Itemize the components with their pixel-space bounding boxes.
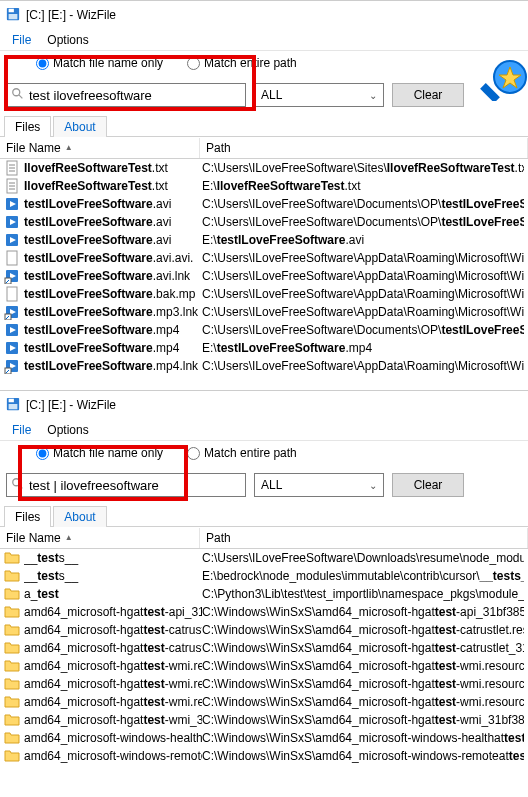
file-path: C:\Windows\WinSxS\amd64_microsoft-hgatte…	[202, 641, 524, 655]
search-input[interactable]	[29, 478, 241, 493]
col-filename[interactable]: File Name▲	[0, 528, 200, 548]
file-path: C:\Users\ILoveFreeSoftware\Documents\OP\…	[202, 215, 524, 229]
chevron-down-icon: ⌄	[369, 90, 377, 101]
menu-file[interactable]: File	[4, 31, 39, 49]
radio-entire-path[interactable]: Match entire path	[187, 446, 297, 460]
table-row[interactable]: testILoveFreeSoftware.aviC:\Users\ILoveF…	[0, 195, 528, 213]
table-row[interactable]: __tests__C:\Users\ILoveFreeSoftware\Down…	[0, 549, 528, 567]
file-name: amd64_microsoft-hgattest-api_31b	[24, 605, 202, 619]
file-icon	[4, 160, 20, 176]
file-path: E:\bedrock\node_modules\immutable\contri…	[202, 569, 524, 583]
app-icon	[6, 7, 20, 24]
table-row[interactable]: amd64_microsoft-hgattest-wmi.resC:\Windo…	[0, 675, 528, 693]
menu-file[interactable]: File	[4, 421, 39, 439]
window-bottom: [C:] [E:] - WizFile File Options Match f…	[0, 390, 528, 797]
file-icon	[4, 340, 20, 356]
menu-options[interactable]: Options	[39, 421, 96, 439]
file-path: C:\Python3\Lib\test\test_importlib\names…	[202, 587, 524, 601]
folder-icon	[4, 640, 20, 656]
folder-icon	[4, 712, 20, 728]
col-filename[interactable]: File Name▲	[0, 138, 200, 158]
search-wrap	[6, 83, 246, 107]
folder-icon	[4, 694, 20, 710]
file-name: amd64_microsoft-hgattest-wmi.res	[24, 695, 202, 709]
search-input[interactable]	[29, 88, 241, 103]
table-row[interactable]: amd64_microsoft-hgattest-catrustlC:\Wind…	[0, 621, 528, 639]
file-path: C:\Users\ILoveFreeSoftware\AppData\Roami…	[202, 251, 524, 265]
radio-name-only[interactable]: Match file name only	[36, 56, 163, 70]
tabbar: Files About	[0, 115, 528, 137]
file-icon	[4, 250, 20, 266]
svg-rect-39	[9, 404, 18, 409]
tab-files[interactable]: Files	[4, 116, 51, 137]
table-row[interactable]: amd64_microsoft-hgattest-wmi_31C:\Window…	[0, 711, 528, 729]
filter-select[interactable]: ALL ⌄	[254, 473, 384, 497]
tabbar: Files About	[0, 505, 528, 527]
radio-entire-path[interactable]: Match entire path	[187, 56, 297, 70]
svg-rect-26	[7, 287, 17, 301]
file-name: testILoveFreeSoftware.mp3.lnk	[24, 305, 202, 319]
file-name: a_test	[24, 587, 202, 601]
column-headers: File Name▲ Path	[0, 527, 528, 549]
table-row[interactable]: amd64_microsoft-windows-remoteaC:\Window…	[0, 747, 528, 765]
menu-options[interactable]: Options	[39, 31, 96, 49]
file-path: E:\testILoveFreeSoftware.mp4	[202, 341, 524, 355]
file-name: amd64_microsoft-hgattest-wmi.res	[24, 677, 202, 691]
svg-rect-2	[9, 14, 18, 19]
folder-icon	[4, 658, 20, 674]
table-row[interactable]: amd64_microsoft-hgattest-wmi.resC:\Windo…	[0, 693, 528, 711]
table-row[interactable]: testILoveFreeSoftware.aviE:\testILoveFre…	[0, 231, 528, 249]
table-row[interactable]: testILoveFreeSoftware.mp4.lnkC:\Users\IL…	[0, 357, 528, 375]
tab-about[interactable]: About	[53, 506, 106, 527]
chevron-down-icon: ⌄	[369, 480, 377, 491]
table-row[interactable]: testILoveFreeSoftware.aviC:\Users\ILoveF…	[0, 213, 528, 231]
table-row[interactable]: amd64_microsoft-windows-healthatC:\Windo…	[0, 729, 528, 747]
radio-name-only-input[interactable]	[36, 447, 49, 460]
table-row[interactable]: testILoveFreeSoftware.mp3.lnkC:\Users\IL…	[0, 303, 528, 321]
file-name: testILoveFreeSoftware.bak.mp	[24, 287, 202, 301]
file-path: C:\Users\ILoveFreeSoftware\Downloads\res…	[202, 551, 524, 565]
clear-button[interactable]: Clear	[392, 473, 464, 497]
table-row[interactable]: IlovefReeSoftwareTest.txtE:\IlovefReeSof…	[0, 177, 528, 195]
file-path: C:\Windows\WinSxS\amd64_microsoft-hgatte…	[202, 695, 524, 709]
file-name: testILoveFreeSoftware.avi.avi.	[24, 251, 202, 265]
table-row[interactable]: amd64_microsoft-hgattest-catrustlC:\Wind…	[0, 639, 528, 657]
file-path: E:\IlovefReeSoftwareTest.txt	[202, 179, 524, 193]
file-icon	[4, 304, 20, 320]
table-row[interactable]: amd64_microsoft-hgattest-api_31bC:\Windo…	[0, 603, 528, 621]
table-row[interactable]: testILoveFreeSoftware.mp4C:\Users\ILoveF…	[0, 321, 528, 339]
radio-name-only[interactable]: Match file name only	[36, 446, 163, 460]
filter-select[interactable]: ALL ⌄	[254, 83, 384, 107]
search-icon	[11, 477, 25, 494]
clear-button[interactable]: Clear	[392, 83, 464, 107]
col-path[interactable]: Path	[200, 138, 528, 158]
folder-icon	[4, 730, 20, 746]
table-row[interactable]: testILoveFreeSoftware.avi.avi.C:\Users\I…	[0, 249, 528, 267]
table-row[interactable]: testILoveFreeSoftware.avi.lnkC:\Users\IL…	[0, 267, 528, 285]
file-icon	[4, 178, 20, 194]
file-icon	[4, 322, 20, 338]
tab-files[interactable]: Files	[4, 506, 51, 527]
table-row[interactable]: __tests__E:\bedrock\node_modules\immutab…	[0, 567, 528, 585]
svg-line-41	[19, 484, 23, 488]
menubar: File Options	[0, 29, 528, 51]
table-row[interactable]: amd64_microsoft-hgattest-wmi.resC:\Windo…	[0, 657, 528, 675]
table-row[interactable]: IlovefReeSoftwareTest.txtC:\Users\ILoveF…	[0, 159, 528, 177]
col-path[interactable]: Path	[200, 528, 528, 548]
tab-about[interactable]: About	[53, 116, 106, 137]
file-path: C:\Users\ILoveFreeSoftware\Documents\OP\…	[202, 197, 524, 211]
match-mode-row: Match file name only Match entire path	[0, 51, 528, 75]
table-row[interactable]: a_testC:\Python3\Lib\test\test_importlib…	[0, 585, 528, 603]
titlebar: [C:] [E:] - WizFile	[0, 391, 528, 419]
search-wrap	[6, 473, 246, 497]
file-path: C:\Users\ILoveFreeSoftware\AppData\Roami…	[202, 305, 524, 319]
radio-entire-path-input[interactable]	[187, 57, 200, 70]
table-row[interactable]: testILoveFreeSoftware.mp4E:\testILoveFre…	[0, 339, 528, 357]
file-name: testILoveFreeSoftware.avi	[24, 197, 202, 211]
table-row[interactable]: testILoveFreeSoftware.bak.mpC:\Users\ILo…	[0, 285, 528, 303]
file-name: testILoveFreeSoftware.mp4.lnk	[24, 359, 202, 373]
results-list: IlovefReeSoftwareTest.txtC:\Users\ILoveF…	[0, 159, 528, 375]
radio-entire-path-input[interactable]	[187, 447, 200, 460]
file-icon	[4, 232, 20, 248]
radio-name-only-input[interactable]	[36, 57, 49, 70]
